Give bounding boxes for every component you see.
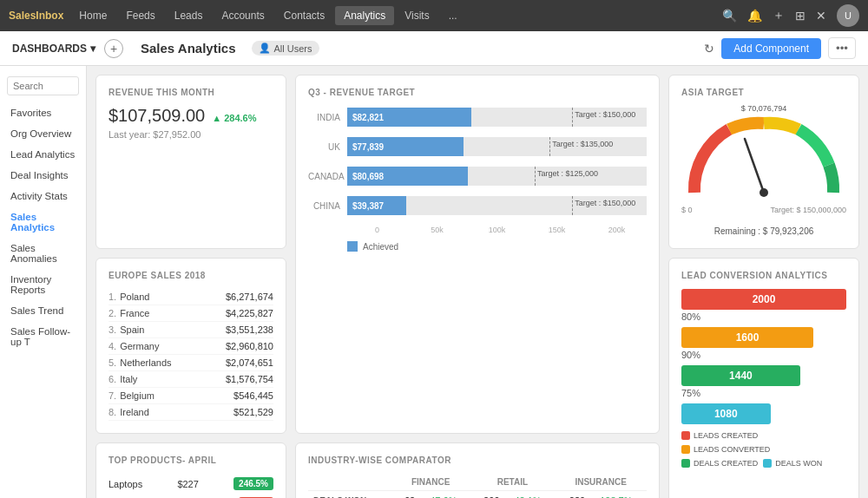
- axis-label: 100k: [467, 226, 527, 234]
- nav-home[interactable]: Home: [70, 6, 115, 25]
- lead-bar: 2000: [681, 289, 846, 310]
- amount: $6,271,674: [226, 292, 273, 302]
- europe-row: 7.Belgium$546,445: [108, 388, 273, 404]
- legend-item: DEALS WON: [763, 459, 822, 468]
- refresh-icon[interactable]: ↻: [704, 42, 714, 56]
- sidebar-item-org-overview[interactable]: Org Overview: [0, 123, 86, 144]
- bar-label: CANADA: [308, 172, 347, 181]
- sidebar-item-activity-stats[interactable]: Activity Stats: [0, 186, 86, 206]
- country: France: [120, 308, 149, 318]
- legend-item: LEADS CREATED: [681, 431, 758, 440]
- target-label: Target : $150,000: [575, 110, 635, 119]
- europe-row: 6.Italy$1,576,754: [108, 371, 273, 388]
- more-options-button[interactable]: •••: [828, 37, 856, 59]
- search-icon[interactable]: 🔍: [722, 9, 737, 23]
- sidebar-item-inventory-reports[interactable]: Inventory Reports: [0, 269, 86, 300]
- amount: $1,576,754: [226, 374, 273, 384]
- col-header-finance: FINANCE: [391, 474, 470, 491]
- europe-row: 3.Spain$3,551,238: [108, 322, 273, 338]
- close-icon[interactable]: ✕: [816, 9, 826, 23]
- page-title: Sales Analytics: [141, 41, 236, 56]
- table-row: DEALS WON62 ▲ 47.6%206 ▲ 42.1%230 ▲ 198.…: [308, 491, 647, 499]
- all-users-badge[interactable]: 👤 All Users: [252, 41, 319, 56]
- legend-label: LEADS CREATED: [694, 431, 758, 440]
- sidebar-item-sales-followup[interactable]: Sales Follow-up T: [0, 321, 86, 352]
- target-line: [535, 167, 536, 186]
- country: Poland: [120, 292, 149, 302]
- user-avatar[interactable]: U: [837, 4, 859, 27]
- legend-label: LEADS CONVERTED: [694, 445, 770, 454]
- add-dashboard-button[interactable]: +: [104, 39, 123, 58]
- chevron-down-icon: ▾: [90, 43, 95, 55]
- sidebar-item-sales-trend[interactable]: Sales Trend: [0, 300, 86, 321]
- col-header-empty: [308, 474, 391, 491]
- country: Belgium: [120, 390, 155, 401]
- country: Spain: [120, 324, 144, 335]
- products-card-title: TOP PRODUCTS- APRIL: [108, 455, 273, 465]
- sidebar-item-deal-insights[interactable]: Deal Insights: [0, 165, 86, 186]
- bar-row: INDIA $82,821 Target : $150,000: [308, 108, 647, 127]
- gauge-zero-label: $ 0: [681, 206, 693, 214]
- chart-legend: Achieved: [308, 241, 647, 252]
- industry-table: FINANCE RETAIL INSURANCE DEALS WON62 ▲ 4…: [308, 474, 647, 498]
- sidebar-item-favorites[interactable]: Favorites: [0, 102, 86, 123]
- gauge-container: $ 0 Target: $ 150,000,000: [681, 115, 846, 223]
- table-cell: 230 ▲ 198.7%: [555, 491, 647, 499]
- axis-label: 150k: [527, 226, 587, 234]
- bar-value: $39,387: [352, 201, 384, 211]
- col-header-insurance: INSURANCE: [555, 474, 647, 491]
- europe-sales-card: EUROPE SALES 2018 1.Poland$6,271,6742.Fr…: [95, 258, 286, 434]
- nav-analytics[interactable]: Analytics: [335, 6, 394, 25]
- products-list: Laptops$227246.5%Mobile Phones$16397.8%: [108, 474, 273, 498]
- sidebar-item-lead-analytics[interactable]: Lead Analytics: [0, 144, 86, 165]
- nav-leads[interactable]: Leads: [166, 6, 212, 25]
- grid-icon[interactable]: ⊞: [795, 9, 806, 23]
- country: Germany: [120, 341, 159, 351]
- lead-bar: 1600: [681, 327, 813, 348]
- amount: $521,529: [233, 407, 273, 417]
- user-icon: 👤: [259, 43, 271, 54]
- bell-icon[interactable]: 🔔: [747, 9, 762, 23]
- add-component-button[interactable]: Add Component: [721, 38, 821, 59]
- bar-value: $80,698: [352, 172, 384, 181]
- target-line: [572, 108, 573, 127]
- bar-fill: $80,698: [347, 167, 468, 186]
- nav-visits[interactable]: Visits: [396, 6, 437, 25]
- col-header-retail: RETAIL: [470, 474, 555, 491]
- bar-row: CHINA $39,387 Target : $150,000: [308, 196, 647, 215]
- axis-label: 0: [347, 226, 407, 234]
- gauge-remaining: Remaining : $ 79,923,206: [681, 226, 846, 236]
- lead-conversion-card: LEAD CONVERSION ANALYTICS 2000 80% 1600 …: [668, 258, 859, 498]
- rank: 6.: [108, 374, 116, 384]
- lead-bar: 1440: [681, 365, 800, 386]
- bar-fill: $39,387: [347, 196, 406, 215]
- bar-group: $39,387 Target : $150,000: [347, 196, 647, 215]
- europe-sales-list: 1.Poland$6,271,6742.France$4,225,8273.Sp…: [108, 289, 273, 421]
- sidebar-item-sales-analytics[interactable]: Sales Analytics: [0, 206, 86, 238]
- sidebar-item-sales-anomalies[interactable]: Sales Anomalies: [0, 238, 86, 269]
- plus-icon[interactable]: ＋: [773, 8, 785, 23]
- legend-box: [347, 241, 358, 252]
- dashboards-button[interactable]: DASHBOARDS ▾: [12, 43, 95, 55]
- legend-dot: [763, 459, 772, 468]
- lead-bar-row: 1440 75%: [681, 365, 846, 398]
- nav-more[interactable]: ...: [440, 6, 466, 25]
- industry-comparator-card: INDUSTRY-WISE COMPARATOR FINANCE RETAIL …: [295, 442, 660, 498]
- revenue-card-title: REVENUE THIS MONTH: [108, 88, 273, 97]
- brand-logo[interactable]: SalesInbox: [9, 10, 63, 22]
- nav-contacts[interactable]: Contacts: [275, 6, 333, 25]
- bar-fill: $82,821: [347, 108, 471, 127]
- nav-feeds[interactable]: Feeds: [117, 6, 163, 25]
- country: Italy: [120, 374, 137, 384]
- search-input[interactable]: [7, 76, 79, 95]
- main-layout: Favorites Org Overview Lead Analytics De…: [0, 66, 868, 498]
- europe-row: 8.Ireland$521,529: [108, 404, 273, 421]
- product-row: Laptops$227246.5%: [108, 474, 273, 494]
- content-area: REVENUE THIS MONTH $107,509.00 ▲ 284.6% …: [87, 66, 868, 498]
- amount: $546,445: [233, 390, 273, 401]
- nav-accounts[interactable]: Accounts: [213, 6, 273, 25]
- amount: $4,225,827: [226, 308, 273, 318]
- lead-bar: 1080: [681, 403, 771, 424]
- product-row: Mobile Phones$16397.8%: [108, 494, 273, 498]
- bar-label: CHINA: [308, 201, 347, 211]
